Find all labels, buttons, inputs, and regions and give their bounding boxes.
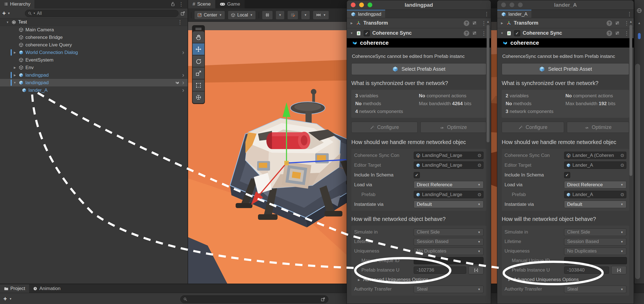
include-in-schema-checkbox[interactable]: ✓: [564, 172, 570, 178]
project-search-input[interactable]: [189, 297, 319, 301]
foldout-icon[interactable]: ▼: [13, 81, 17, 84]
manual-unique-id-input[interactable]: [564, 257, 627, 264]
object-picker-icon[interactable]: ⊙: [478, 192, 481, 197]
prefab-chevron-icon[interactable]: ›: [182, 80, 184, 86]
close-icon[interactable]: [501, 3, 506, 7]
project-add-button[interactable]: +: [3, 296, 7, 302]
toolbar-handle[interactable]: [191, 12, 191, 18]
foldout-icon[interactable]: ▶: [507, 278, 511, 281]
scrollbar-thumb[interactable]: [487, 25, 489, 142]
object-picker-icon[interactable]: ⊙: [478, 153, 481, 158]
inspector-scrollbar[interactable]: ▲: [486, 19, 490, 304]
hierarchy-item-world-connection-dialog[interactable]: ▶ World Connection Dialog ›: [0, 49, 188, 56]
rotate-tool-button[interactable]: [193, 55, 204, 67]
prefab-chevron-icon[interactable]: ›: [182, 87, 184, 93]
foldout-icon[interactable]: ▶: [13, 74, 17, 77]
presets-icon[interactable]: [615, 21, 620, 25]
object-picker-icon[interactable]: ⊙: [621, 153, 624, 158]
select-prefab-asset-button[interactable]: Select Prefab Asset: [351, 63, 486, 75]
advanced-uniqueness-row[interactable]: ▶ Advanced Uniqueness Options: [354, 275, 484, 284]
gizmo-center-handle[interactable]: [284, 161, 289, 165]
grid-visibility-button[interactable]: [262, 11, 273, 20]
presets-icon[interactable]: [615, 31, 620, 36]
load-via-dropdown[interactable]: Direct Reference▼: [564, 181, 626, 188]
zoom-icon[interactable]: [368, 3, 372, 7]
grid-snapping-caret[interactable]: ▼: [301, 11, 310, 20]
add-gameobject-caret-icon[interactable]: ▼: [8, 12, 10, 15]
tab-hierarchy[interactable]: Hierarchy: [0, 0, 34, 8]
prefab-chevron-icon[interactable]: ›: [182, 50, 184, 56]
help-icon[interactable]: ?: [464, 30, 469, 36]
foldout-icon[interactable]: ▼: [500, 32, 504, 35]
window-title-bar[interactable]: lander_A: [497, 0, 634, 10]
minimize-icon[interactable]: [359, 3, 364, 7]
transform-component-header[interactable]: ▶ Transform ? ⋮: [497, 18, 634, 28]
project-add-caret-icon[interactable]: ▼: [9, 297, 12, 300]
scroll-up-icon[interactable]: ▲: [629, 20, 633, 23]
palette-drag-handle[interactable]: [193, 26, 204, 31]
pivot-mode-button[interactable]: Center ▼: [194, 11, 225, 20]
advanced-uniqueness-row[interactable]: ▶ Advanced Uniqueness Options: [505, 275, 626, 284]
help-icon[interactable]: ?: [464, 20, 469, 26]
hierarchy-search[interactable]: ▼: [25, 10, 179, 17]
presets-icon[interactable]: [472, 31, 477, 36]
close-icon[interactable]: [351, 3, 356, 7]
scrollbar-thumb[interactable]: [629, 25, 632, 176]
help-icon[interactable]: ?: [607, 20, 612, 26]
hierarchy-item-main-camera[interactable]: Main Camera: [0, 26, 188, 34]
hierarchy-item-landingpad-1[interactable]: ▶ landingpad ›: [0, 71, 188, 79]
scroll-up-icon[interactable]: ▲: [634, 21, 644, 25]
grid-snapping-button[interactable]: [287, 11, 298, 20]
popout-icon[interactable]: [321, 297, 325, 302]
inspector-tab[interactable]: landingpad: [347, 10, 385, 18]
tab-animation[interactable]: Animation: [29, 284, 65, 293]
hierarchy-item-env[interactable]: ▶ Env: [0, 64, 188, 71]
instantiate-via-dropdown[interactable]: Default▼: [414, 201, 484, 208]
load-via-dropdown[interactable]: Direct Reference▼: [414, 181, 484, 188]
help-icon[interactable]: ?: [607, 30, 612, 36]
foldout-icon[interactable]: ▼: [6, 21, 10, 24]
coherence-sync-component-header[interactable]: ▼ ✓ Coherence Sync ? ⋮: [497, 28, 634, 38]
scene-menu-icon[interactable]: ⋮: [176, 19, 184, 25]
regenerate-id-button[interactable]: [468, 266, 484, 274]
regenerate-id-button[interactable]: [611, 266, 626, 274]
tab-scene[interactable]: # Scene: [188, 0, 215, 8]
inspector-menu-icon[interactable]: ⋮: [625, 11, 634, 17]
project-search[interactable]: [180, 295, 328, 303]
add-gameobject-button[interactable]: +: [2, 10, 6, 17]
hierarchy-item-coherence-bridge[interactable]: coherence Bridge: [0, 34, 188, 41]
background-scrollbar-thumb[interactable]: [635, 64, 640, 279]
component-enabled-checkbox[interactable]: ✓: [364, 30, 370, 36]
include-in-schema-checkbox[interactable]: ✓: [414, 172, 420, 178]
prefab-chevron-icon[interactable]: ›: [182, 72, 184, 78]
snap-increment-button[interactable]: ▼: [313, 11, 329, 20]
rect-tool-button[interactable]: [193, 79, 204, 91]
hierarchy-item-lander-a[interactable]: lander_A ›: [0, 86, 188, 94]
scale-tool-button[interactable]: [193, 67, 204, 79]
object-picker-icon[interactable]: ⊙: [621, 162, 624, 168]
hierarchy-item-eventsystem[interactable]: EventSystem: [0, 56, 188, 64]
foldout-icon[interactable]: ▶: [350, 22, 354, 25]
search-filter-caret-icon[interactable]: ▼: [33, 12, 35, 15]
orientation-mode-button[interactable]: Local ▼: [228, 11, 256, 20]
foldout-icon[interactable]: ▶: [13, 66, 17, 69]
select-prefab-asset-button[interactable]: Select Prefab Asset: [502, 63, 629, 75]
hierarchy-search-input[interactable]: [37, 11, 176, 16]
lock-icon[interactable]: [171, 2, 175, 6]
tab-project[interactable]: Project: [0, 284, 29, 293]
inspector-menu-icon[interactable]: ⋮: [482, 11, 491, 17]
grid-visibility-caret[interactable]: ▼: [276, 11, 285, 20]
minimize-icon[interactable]: [510, 3, 514, 7]
object-picker-icon[interactable]: ⊙: [478, 162, 481, 168]
hierarchy-item-landingpad-2-selected[interactable]: ▼ landingpad ›: [0, 79, 188, 86]
popout-icon[interactable]: [180, 11, 185, 16]
foldout-icon[interactable]: ▶: [357, 278, 361, 281]
scroll-up-icon[interactable]: ▲: [487, 20, 490, 23]
foldout-icon[interactable]: ▶: [13, 51, 17, 54]
hierarchy-scene-row[interactable]: ▼ Test ⋮: [0, 18, 188, 26]
foldout-icon[interactable]: ▼: [350, 32, 354, 35]
transform-tool-button[interactable]: [193, 91, 204, 103]
inspector-tab[interactable]: lander_A: [497, 10, 531, 18]
coherence-sync-component-header[interactable]: ▼ ✓ Coherence Sync ? ⋮: [347, 28, 491, 38]
hand-tool-button[interactable]: [193, 31, 204, 43]
